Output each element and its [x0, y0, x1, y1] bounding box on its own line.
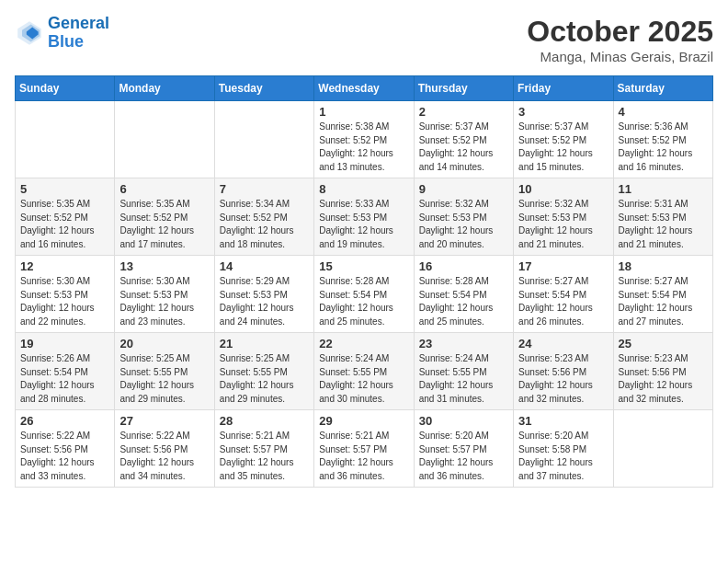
calendar-cell: 3Sunrise: 5:37 AMSunset: 5:52 PMDaylight…	[514, 101, 613, 178]
calendar-cell: 8Sunrise: 5:33 AMSunset: 5:53 PMDaylight…	[314, 178, 414, 256]
day-number: 3	[518, 105, 608, 119]
day-of-week-header: Wednesday	[314, 76, 414, 101]
calendar-cell: 2Sunrise: 5:37 AMSunset: 5:52 PMDaylight…	[414, 101, 513, 178]
calendar-cell: 20Sunrise: 5:25 AMSunset: 5:55 PMDayligh…	[115, 333, 214, 410]
day-info: Sunrise: 5:36 AMSunset: 5:52 PMDaylight:…	[619, 121, 708, 174]
day-number: 4	[619, 105, 708, 119]
day-info: Sunrise: 5:29 AMSunset: 5:53 PMDaylight:…	[220, 275, 309, 328]
calendar-cell: 7Sunrise: 5:34 AMSunset: 5:52 PMDaylight…	[214, 178, 313, 256]
calendar-cell: 5Sunrise: 5:35 AMSunset: 5:52 PMDaylight…	[16, 178, 115, 256]
day-info: Sunrise: 5:26 AMSunset: 5:54 PMDaylight:…	[20, 352, 109, 406]
day-info: Sunrise: 5:23 AMSunset: 5:56 PMDaylight:…	[619, 352, 708, 406]
day-of-week-header: Sunday	[16, 76, 115, 101]
day-info: Sunrise: 5:35 AMSunset: 5:52 PMDaylight:…	[119, 198, 209, 251]
calendar-cell: 15Sunrise: 5:28 AMSunset: 5:54 PMDayligh…	[314, 256, 414, 333]
day-info: Sunrise: 5:24 AMSunset: 5:55 PMDaylight:…	[419, 352, 508, 406]
day-info: Sunrise: 5:31 AMSunset: 5:53 PMDaylight:…	[619, 198, 708, 251]
calendar-cell	[214, 101, 313, 178]
day-info: Sunrise: 5:37 AMSunset: 5:52 PMDaylight:…	[419, 121, 508, 174]
day-of-week-header: Tuesday	[214, 76, 313, 101]
calendar-cell: 19Sunrise: 5:26 AMSunset: 5:54 PMDayligh…	[16, 333, 115, 410]
day-number: 10	[518, 182, 608, 196]
calendar-cell	[613, 410, 712, 488]
calendar-cell: 9Sunrise: 5:32 AMSunset: 5:53 PMDaylight…	[414, 178, 513, 256]
calendar-cell: 4Sunrise: 5:36 AMSunset: 5:52 PMDaylight…	[613, 101, 712, 178]
logo-icon	[15, 18, 44, 48]
calendar-cell: 13Sunrise: 5:30 AMSunset: 5:53 PMDayligh…	[115, 256, 214, 333]
day-info: Sunrise: 5:21 AMSunset: 5:57 PMDaylight:…	[220, 430, 309, 483]
day-info: Sunrise: 5:25 AMSunset: 5:55 PMDaylight:…	[220, 352, 309, 406]
calendar-cell: 27Sunrise: 5:22 AMSunset: 5:56 PMDayligh…	[115, 410, 214, 488]
calendar-cell: 6Sunrise: 5:35 AMSunset: 5:52 PMDaylight…	[115, 178, 214, 256]
day-number: 5	[20, 182, 109, 196]
day-info: Sunrise: 5:27 AMSunset: 5:54 PMDaylight:…	[619, 275, 708, 328]
day-number: 27	[119, 414, 209, 428]
calendar-cell	[16, 101, 115, 178]
day-info: Sunrise: 5:28 AMSunset: 5:54 PMDaylight:…	[319, 275, 408, 328]
month-title: October 2025	[527, 15, 713, 49]
day-number: 9	[419, 182, 508, 196]
day-number: 26	[20, 414, 109, 428]
day-of-week-header: Monday	[115, 76, 214, 101]
page-header: General Blue October 2025 Manga, Minas G…	[15, 15, 713, 64]
calendar-cell: 31Sunrise: 5:20 AMSunset: 5:58 PMDayligh…	[514, 410, 613, 488]
day-number: 18	[619, 259, 708, 273]
calendar-cell: 22Sunrise: 5:24 AMSunset: 5:55 PMDayligh…	[314, 333, 414, 410]
day-info: Sunrise: 5:27 AMSunset: 5:54 PMDaylight:…	[518, 275, 608, 328]
day-of-week-header: Friday	[514, 76, 613, 101]
day-number: 30	[419, 414, 508, 428]
logo: General Blue	[15, 15, 109, 52]
day-number: 21	[220, 337, 309, 350]
day-number: 28	[220, 414, 309, 428]
calendar-week-row: 1Sunrise: 5:38 AMSunset: 5:52 PMDaylight…	[16, 101, 713, 178]
location: Manga, Minas Gerais, Brazil	[527, 49, 713, 64]
calendar-cell	[115, 101, 214, 178]
day-of-week-header: Thursday	[414, 76, 513, 101]
calendar-cell: 24Sunrise: 5:23 AMSunset: 5:56 PMDayligh…	[514, 333, 613, 410]
day-info: Sunrise: 5:22 AMSunset: 5:56 PMDaylight:…	[119, 430, 209, 483]
calendar-cell: 18Sunrise: 5:27 AMSunset: 5:54 PMDayligh…	[613, 256, 712, 333]
day-number: 6	[119, 182, 209, 196]
day-number: 29	[319, 414, 408, 428]
day-info: Sunrise: 5:34 AMSunset: 5:52 PMDaylight:…	[220, 198, 309, 251]
day-number: 8	[319, 182, 408, 196]
day-number: 11	[619, 182, 708, 196]
calendar-cell: 17Sunrise: 5:27 AMSunset: 5:54 PMDayligh…	[514, 256, 613, 333]
calendar-cell: 30Sunrise: 5:20 AMSunset: 5:57 PMDayligh…	[414, 410, 513, 488]
day-number: 13	[119, 259, 209, 273]
title-block: October 2025 Manga, Minas Gerais, Brazil	[527, 15, 713, 64]
calendar-week-row: 26Sunrise: 5:22 AMSunset: 5:56 PMDayligh…	[16, 410, 713, 488]
day-number: 24	[518, 337, 608, 350]
day-number: 19	[20, 337, 109, 350]
day-number: 1	[319, 105, 408, 119]
day-number: 23	[419, 337, 508, 350]
calendar-cell: 26Sunrise: 5:22 AMSunset: 5:56 PMDayligh…	[16, 410, 115, 488]
day-info: Sunrise: 5:32 AMSunset: 5:53 PMDaylight:…	[518, 198, 608, 251]
day-number: 31	[518, 414, 608, 428]
day-number: 16	[419, 259, 508, 273]
calendar-cell: 28Sunrise: 5:21 AMSunset: 5:57 PMDayligh…	[214, 410, 313, 488]
day-info: Sunrise: 5:20 AMSunset: 5:58 PMDaylight:…	[518, 430, 608, 483]
calendar-cell: 11Sunrise: 5:31 AMSunset: 5:53 PMDayligh…	[613, 178, 712, 256]
calendar-cell: 23Sunrise: 5:24 AMSunset: 5:55 PMDayligh…	[414, 333, 513, 410]
logo-text: General Blue	[48, 15, 109, 52]
day-number: 25	[619, 337, 708, 350]
day-info: Sunrise: 5:30 AMSunset: 5:53 PMDaylight:…	[119, 275, 209, 328]
calendar: SundayMondayTuesdayWednesdayThursdayFrid…	[15, 75, 713, 488]
day-of-week-header: Saturday	[613, 76, 712, 101]
calendar-cell: 25Sunrise: 5:23 AMSunset: 5:56 PMDayligh…	[613, 333, 712, 410]
day-info: Sunrise: 5:35 AMSunset: 5:52 PMDaylight:…	[20, 198, 109, 251]
day-number: 14	[220, 259, 309, 273]
day-number: 22	[319, 337, 408, 350]
calendar-week-row: 5Sunrise: 5:35 AMSunset: 5:52 PMDaylight…	[16, 178, 713, 256]
day-number: 12	[20, 259, 109, 273]
day-info: Sunrise: 5:25 AMSunset: 5:55 PMDaylight:…	[119, 352, 209, 406]
day-number: 15	[319, 259, 408, 273]
day-info: Sunrise: 5:22 AMSunset: 5:56 PMDaylight:…	[20, 430, 109, 483]
day-number: 17	[518, 259, 608, 273]
calendar-week-row: 12Sunrise: 5:30 AMSunset: 5:53 PMDayligh…	[16, 256, 713, 333]
day-info: Sunrise: 5:28 AMSunset: 5:54 PMDaylight:…	[419, 275, 508, 328]
calendar-cell: 10Sunrise: 5:32 AMSunset: 5:53 PMDayligh…	[514, 178, 613, 256]
day-number: 20	[119, 337, 209, 350]
calendar-cell: 16Sunrise: 5:28 AMSunset: 5:54 PMDayligh…	[414, 256, 513, 333]
